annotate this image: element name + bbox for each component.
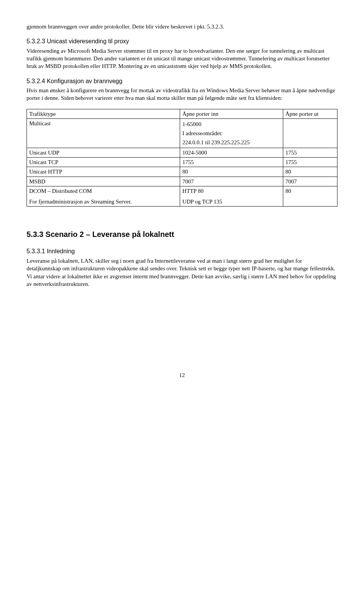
table-row: Unicast UDP 1024-5000 1755 [27,148,337,157]
dcom-http: HTTP 80 [182,187,281,195]
cell-ports-in: 7007 [180,177,283,186]
dcom-title: DCOM – Distributed COM [29,187,177,195]
body-5-3-3-1: Leveranse på lokalnett, LAN, skiller seg… [27,257,337,288]
cell-ports-out: 80 [283,167,337,177]
cell-type: Unicast UDP [27,148,180,157]
cell-ports-out [283,118,337,148]
cell-ports-out: 1755 [283,158,337,167]
table-row: MSBD 7007 7007 [27,177,337,186]
cell-type: MSBD [27,177,180,186]
col-header-ports-out: Åpne porter ut [283,109,337,118]
cell-ports-out: 80 [283,186,337,207]
cell-ports-in: 1-65000 I adresseområdet: 224.0.0.1 til … [180,118,283,148]
cell-ports-out: 1755 [283,148,337,157]
dcom-udptcp: UDP og TCP 135 [182,198,281,205]
body-5-3-2-3: Videresending av Microsoft Media Server … [27,47,337,70]
col-header-ports-in: Åpne porter inn [180,109,283,118]
table-row: Unicast HTTP 80 80 [27,167,337,177]
heading-5-3-3: 5.3.3 Scenario 2 – Leveranse på lokalnet… [27,229,337,240]
table-row: Multicast 1-65000 I adresseområdet: 224.… [27,118,337,148]
col-header-type: Trafikktype [27,109,180,118]
cell-ports-in: 1755 [180,158,283,167]
page-number: 12 [27,371,337,379]
heading-5-3-2-3: 5.3.2.3 Unicast videresending til proxy [27,37,337,46]
table-row: DCOM – Distributed COM For fjernadminist… [27,186,337,207]
cell-ports-in: 1024-5000 [180,148,283,157]
table-header-row: Trafikktype Åpne porter inn Åpne porter … [27,109,337,118]
cell-type: Multicast [27,118,180,148]
heading-5-3-2-4: 5.3.2.4 Konfigurasjon av brannvegg [27,77,337,85]
multicast-address-range: 224.0.0.1 til 239.225.225.225 [182,138,281,147]
multicast-ports-range: 1-65000 [182,120,281,129]
body-5-3-2-4: Hvis man ønsker å konfigurere en brannve… [27,87,337,102]
cell-ports-out: 7007 [283,177,337,186]
intro-paragraph: gjennom brannveggen over andre protokoll… [27,23,337,30]
table-row: Unicast TCP 1755 1755 [27,158,337,167]
cell-ports-in: HTTP 80 UDP og TCP 135 [180,186,283,207]
heading-5-3-3-1: 5.3.3.1 Innledning [27,247,337,256]
multicast-address-label: I adresseområdet: [182,129,281,138]
cell-ports-in: 80 [180,167,283,177]
ports-table: Trafikktype Åpne porter inn Åpne porter … [27,109,337,207]
dcom-subtitle: For fjernadministrasjon av Streaming Ser… [29,198,177,205]
cell-type: Unicast HTTP [27,167,180,177]
cell-type: DCOM – Distributed COM For fjernadminist… [27,186,180,207]
cell-type: Unicast TCP [27,158,180,167]
